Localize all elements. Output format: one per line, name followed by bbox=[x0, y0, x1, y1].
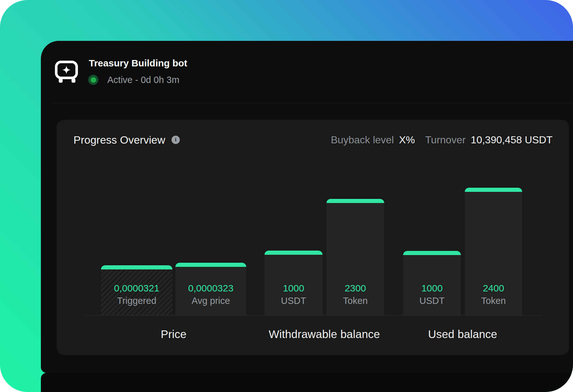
axis-line bbox=[85, 315, 543, 316]
progress-bar-chart: 0,0000321Triggered0,0000323Avg pricePric… bbox=[57, 120, 569, 355]
safe-with-sparkle-icon bbox=[55, 61, 78, 84]
bottom-strip bbox=[41, 373, 573, 392]
bar-unit-label: USDT bbox=[264, 296, 323, 306]
bar-value: 1000 bbox=[403, 283, 461, 294]
bot-title: Treasury Building bot bbox=[89, 58, 187, 69]
bar-unit-label: Token bbox=[326, 296, 384, 306]
bar-value: 1000 bbox=[264, 283, 323, 294]
bar-cap bbox=[326, 199, 384, 203]
bar-cap bbox=[465, 188, 522, 192]
status-row: Active - 0d 0h 3m bbox=[88, 75, 180, 85]
bar-value: 0,0000323 bbox=[175, 283, 246, 294]
chart-bar: 1000USDT bbox=[403, 251, 461, 315]
bot-card: Treasury Building bot Active - 0d 0h 3m … bbox=[41, 41, 573, 373]
bar-value: 2300 bbox=[326, 283, 384, 294]
header-divider bbox=[51, 103, 573, 103]
bar-value: 2400 bbox=[465, 283, 522, 294]
group-label: Withdrawable balance bbox=[269, 328, 380, 341]
bar-cap bbox=[403, 251, 461, 255]
group-label: Price bbox=[161, 328, 187, 341]
chart-bar: 0,0000321Triggered bbox=[101, 265, 172, 315]
bar-unit-label: Token bbox=[465, 296, 522, 306]
bar-cap bbox=[101, 265, 172, 269]
bar-cap bbox=[264, 251, 323, 255]
chart-bar: 1000USDT bbox=[264, 251, 323, 315]
gradient-background: Treasury Building bot Active - 0d 0h 3m … bbox=[0, 0, 573, 392]
bar-cap bbox=[175, 263, 246, 267]
status-text: Active - 0d 0h 3m bbox=[107, 75, 180, 85]
active-status-dot bbox=[88, 75, 98, 85]
bar-value: 0,0000321 bbox=[101, 283, 172, 294]
chart-bar: 2400Token bbox=[465, 188, 522, 315]
group-label: Used balance bbox=[428, 328, 497, 341]
chart-bar: 2300Token bbox=[326, 199, 384, 315]
progress-overview-panel: Progress Overview i Buyback level X% Tur… bbox=[57, 120, 569, 355]
bar-unit-label: Avg price bbox=[175, 296, 246, 306]
bar-unit-label: Triggered bbox=[101, 296, 172, 306]
bar-unit-label: USDT bbox=[403, 296, 461, 306]
chart-bar: 0,0000323Avg price bbox=[175, 263, 246, 315]
